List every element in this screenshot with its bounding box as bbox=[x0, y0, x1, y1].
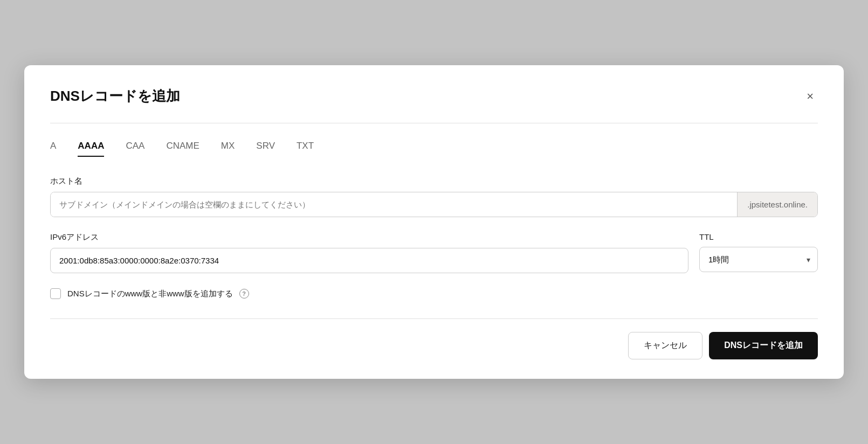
ipv6-label: IPv6アドレス bbox=[50, 232, 688, 242]
cancel-button[interactable]: キャンセル bbox=[628, 332, 702, 359]
ttl-label: TTL bbox=[699, 232, 818, 241]
ttl-select-wrapper: 自動 1分 2分 5分 10分 15分 30分 1時間 2時間 5時間 12時間… bbox=[699, 247, 818, 272]
modal-header: DNSレコードを追加 × bbox=[50, 87, 818, 106]
tab-CNAME[interactable]: CNAME bbox=[166, 141, 199, 157]
tab-CAA[interactable]: CAA bbox=[126, 141, 144, 157]
help-icon[interactable]: ? bbox=[239, 289, 249, 299]
tab-AAAA[interactable]: AAAA bbox=[78, 141, 104, 157]
header-divider bbox=[50, 123, 818, 123]
ipv6-ttl-row: IPv6アドレス TTL 自動 1分 2分 5分 10分 15分 30分 1時間 bbox=[50, 232, 818, 288]
hostname-input-wrapper: .jpsitetest.online. bbox=[50, 192, 818, 217]
close-button[interactable]: × bbox=[802, 88, 818, 105]
tab-SRV[interactable]: SRV bbox=[256, 141, 275, 157]
tab-A[interactable]: A bbox=[50, 141, 56, 157]
www-checkbox-label: DNSレコードのwww版と非www版を追加する bbox=[67, 289, 233, 299]
modal-title: DNSレコードを追加 bbox=[50, 87, 180, 106]
ttl-select[interactable]: 自動 1分 2分 5分 10分 15分 30分 1時間 2時間 5時間 12時間… bbox=[699, 247, 818, 272]
ipv6-input[interactable] bbox=[50, 248, 688, 273]
footer-divider bbox=[50, 318, 818, 319]
modal-backdrop: DNSレコードを追加 × A AAAA CAA CNAME MX SRV TXT… bbox=[0, 0, 868, 444]
submit-button[interactable]: DNSレコードを追加 bbox=[709, 332, 818, 359]
hostname-field-group: ホスト名 .jpsitetest.online. bbox=[50, 176, 818, 217]
modal-footer: キャンセル DNSレコードを追加 bbox=[50, 332, 818, 359]
www-checkbox[interactable] bbox=[50, 288, 61, 299]
www-checkbox-row: DNSレコードのwww版と非www版を追加する ? bbox=[50, 288, 818, 299]
hostname-input[interactable] bbox=[51, 192, 737, 217]
tab-MX[interactable]: MX bbox=[221, 141, 235, 157]
ipv6-field-group: IPv6アドレス bbox=[50, 232, 688, 273]
hostname-label: ホスト名 bbox=[50, 176, 818, 186]
ttl-field-group: TTL 自動 1分 2分 5分 10分 15分 30分 1時間 2時間 5時間 … bbox=[699, 232, 818, 272]
modal-dialog: DNSレコードを追加 × A AAAA CAA CNAME MX SRV TXT… bbox=[24, 65, 844, 379]
record-type-tabs: A AAAA CAA CNAME MX SRV TXT bbox=[50, 141, 818, 157]
hostname-suffix: .jpsitetest.online. bbox=[737, 192, 817, 217]
tab-TXT[interactable]: TXT bbox=[297, 141, 314, 157]
